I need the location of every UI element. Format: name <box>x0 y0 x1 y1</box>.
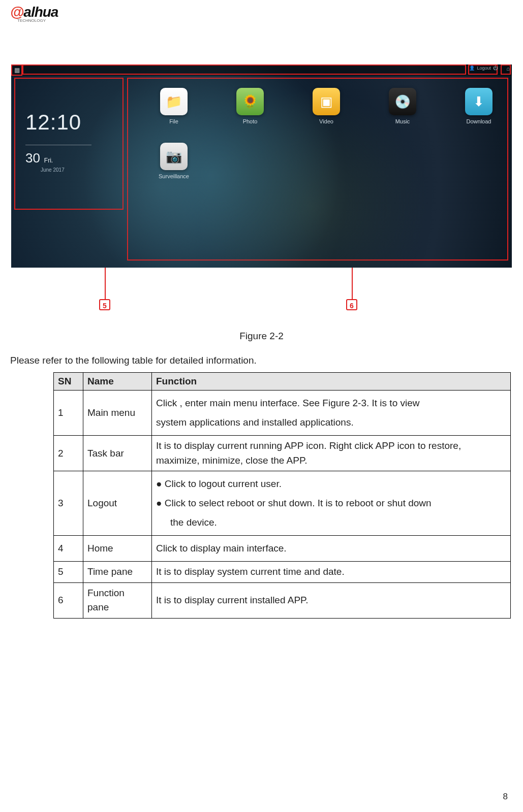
clock-day: 30 <box>25 150 40 166</box>
function-pane: 📁File🌻Photo▣Video💿Music⬇Download📷Surveil… <box>138 88 512 193</box>
figure-2-2: 1 2 3 4 ▦ 👤 Logout ⏻ ⌂ <box>11 64 512 318</box>
cell-name: Time pane <box>83 562 152 583</box>
cell-sn: 2 <box>54 436 83 471</box>
app-surveillance[interactable]: 📷Surveillance <box>138 143 209 193</box>
music-icon: 💿 <box>389 88 416 115</box>
video-icon: ▣ <box>313 88 340 115</box>
page-number: 8 <box>503 792 508 802</box>
th-name: Name <box>83 373 152 391</box>
cell-name: Function pane <box>83 582 152 618</box>
clock-month-year: June 2017 <box>41 167 91 173</box>
app-label: Music <box>395 118 410 124</box>
main-menu-annotation <box>11 64 22 76</box>
download-icon: ⬇ <box>465 88 493 115</box>
th-sn: SN <box>54 373 83 391</box>
intro-text: Please refer to the following table for … <box>10 352 513 369</box>
app-music[interactable]: 💿Music <box>367 88 438 139</box>
table-row: 6 Function pane It is to display current… <box>54 582 511 618</box>
file-icon: 📁 <box>160 88 188 115</box>
home-button[interactable]: ⌂ <box>506 66 510 72</box>
app-label: Video <box>319 118 333 124</box>
callout-5: 5 <box>99 299 110 310</box>
app-label: Download <box>467 118 491 124</box>
table-row: 2 Task bar It is to display current runn… <box>54 436 511 471</box>
app-video[interactable]: ▣Video <box>291 88 362 139</box>
logout-area[interactable]: 👤 Logout ⏻ <box>469 66 498 71</box>
cell-function: Click , enter main menu interface. See F… <box>152 391 511 436</box>
cell-function: It is to display current installed APP. <box>152 582 511 618</box>
user-icon: 👤 <box>469 66 475 71</box>
cell-function: ● Click to logout current user. ● Click … <box>152 471 511 536</box>
app-photo[interactable]: 🌻Photo <box>214 88 286 139</box>
cell-name: Home <box>83 536 152 562</box>
app-file[interactable]: 📁File <box>138 88 209 139</box>
cell-name: Logout <box>83 471 152 536</box>
cell-sn: 4 <box>54 536 83 562</box>
th-function: Function <box>152 373 511 391</box>
photo-icon: 🌻 <box>236 88 264 115</box>
task-bar: ▦ 👤 Logout ⏻ ⌂ <box>11 64 512 76</box>
clock-time: 12:10 <box>25 110 91 135</box>
app-label: Photo <box>243 118 258 124</box>
figure-caption: Figure 2-2 <box>10 331 513 342</box>
cell-function: It is to display system current time and… <box>152 562 511 583</box>
ui-screenshot: ▦ 👤 Logout ⏻ ⌂ 12:10 30 Fri. <box>11 64 512 268</box>
brand-name: alhua <box>23 4 58 20</box>
power-icon[interactable]: ⏻ <box>493 66 498 71</box>
app-label: Surveillance <box>159 173 189 179</box>
brand-logo: @alhua TECHNOLOGY <box>10 0 513 25</box>
app-download[interactable]: ⬇Download <box>443 88 512 139</box>
callout-6: 6 <box>346 299 357 310</box>
time-pane: 12:10 30 Fri. June 2017 <box>25 110 91 173</box>
logout-label: Logout <box>477 66 491 71</box>
table-row: 5 Time pane It is to display system curr… <box>54 562 511 583</box>
cell-name: Main menu <box>83 391 152 436</box>
table-row: 1 Main menu Click , enter main menu inte… <box>54 391 511 436</box>
surveillance-icon: 📷 <box>160 143 188 170</box>
cell-sn: 3 <box>54 471 83 536</box>
taskbar-annotation <box>22 64 466 75</box>
cell-function: Click to display main interface. <box>152 536 511 562</box>
clock-weekday: Fri. <box>44 157 53 164</box>
table-row: 4 Home Click to display main interface. <box>54 536 511 562</box>
cell-sn: 1 <box>54 391 83 436</box>
brand-subtitle: TECHNOLOGY <box>17 18 513 23</box>
table-row: 3 Logout ● Click to logout current user.… <box>54 471 511 536</box>
cell-sn: 5 <box>54 562 83 583</box>
detail-table: SN Name Function 1 Main menu Click , ent… <box>53 372 511 619</box>
cell-sn: 6 <box>54 582 83 618</box>
cell-name: Task bar <box>83 436 152 471</box>
cell-function: It is to display current running APP ico… <box>152 436 511 471</box>
app-label: File <box>169 118 178 124</box>
